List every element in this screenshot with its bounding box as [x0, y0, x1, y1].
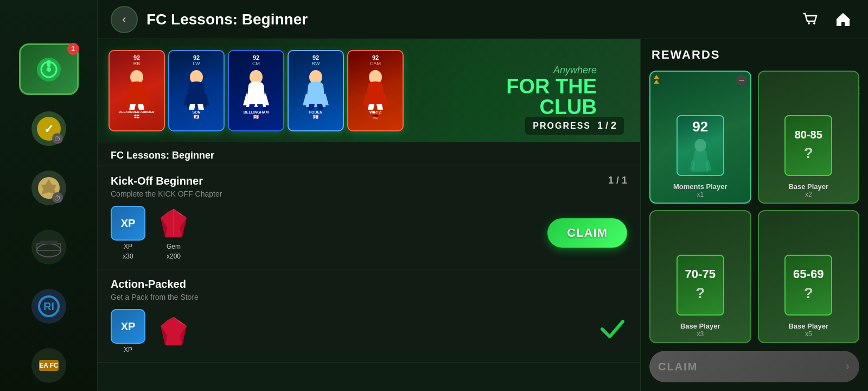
card-rating-5: 92 — [372, 54, 379, 61]
svg-text:⏱: ⏱ — [54, 194, 61, 202]
gem-shape-1 — [159, 207, 188, 239]
sidebar: 1 ✓ ⏱ ⏱ RI — [0, 0, 98, 391]
claim-all-button[interactable]: CLAIM › — [649, 351, 859, 382]
reward-card-inner-7075: 70-75 ? — [655, 253, 746, 318]
gem-icon-1 — [156, 206, 191, 241]
xp-icon-1: XP — [111, 206, 145, 241]
left-panel: 92 RB ALEXANDER-AR — [98, 39, 640, 391]
reward-qty-8085: x2 — [805, 191, 812, 198]
mission-name-2: Action-Packed — [111, 278, 186, 291]
banner-cards: 92 RB ALEXANDER-AR — [98, 50, 404, 131]
missions-section-title: FC Lessons: Beginner — [111, 150, 627, 161]
reward-qty-6569: x5 — [805, 330, 812, 338]
xp-amount-1: x30 — [123, 253, 133, 260]
rewards-panel: REWARDS — [640, 39, 868, 391]
gem-shape-2 — [159, 316, 188, 347]
card-name-3: BELLINGHAM — [244, 110, 269, 114]
progress-label: PROGRESS — [533, 121, 591, 131]
cart-icon — [802, 11, 819, 28]
card-body-4 — [297, 66, 334, 110]
banner-title: FOR THECLUB — [506, 76, 597, 117]
card-name-2: SON — [192, 110, 200, 114]
rewards-title: REWARDS — [649, 48, 859, 62]
reward-card-92: 92 Moments Player x1 — [649, 71, 751, 204]
reward-card-inner-8085: 80-85 ? — [763, 113, 854, 178]
card-name-4: FODEN — [309, 110, 323, 114]
svg-point-3 — [47, 67, 51, 72]
banner: 92 RB ALEXANDER-AR — [98, 39, 640, 142]
card-rating-2: 92 — [193, 54, 200, 61]
gold-arrows-92 — [654, 75, 659, 84]
player-card-rw: 92 RW FODEN — [288, 50, 344, 131]
card-rating-3: 92 — [253, 54, 259, 61]
reward-gem-2 — [156, 314, 191, 349]
logo-icon: RI — [30, 288, 67, 325]
mission-kickoff: Kick-Off Beginner 1 / 1 Complete the KIC… — [98, 166, 640, 269]
card-position-3: CM — [252, 61, 260, 66]
card-body-3 — [238, 66, 275, 110]
reward-qmark-6569: ? — [804, 285, 813, 302]
mission-desc-2: Get a Pack from the Store — [111, 293, 627, 301]
card-flag-3: 🏴󠁧󠁢󠁥󠁮󠁧󠁿 — [253, 115, 259, 119]
reward-rating-8085: 80-85 — [795, 129, 822, 140]
cart-button[interactable] — [799, 8, 822, 31]
completed-checkmark — [598, 314, 627, 349]
card-flag-1: 🏴󠁧󠁢󠁥󠁮󠁧󠁿 — [134, 114, 139, 119]
card-body-2 — [178, 66, 215, 110]
gem-icon-2 — [156, 314, 191, 349]
svg-text:✓: ✓ — [44, 122, 54, 136]
sidebar-item-ball[interactable]: ⏱ — [22, 162, 76, 213]
card-flag-4: 🏴󠁧󠁢󠁥󠁮󠁧󠁿 — [313, 115, 318, 119]
gem-label-1: Gem — [167, 243, 181, 250]
ball-icon: ⏱ — [30, 169, 67, 206]
reward-card-inner-6569: 65-69 ? — [763, 253, 854, 318]
xp-icon-2: XP — [111, 309, 145, 344]
sidebar-item-check[interactable]: ✓ ⏱ — [22, 103, 76, 154]
card-rating-1: 92 — [133, 54, 140, 61]
mission-rewards-1: XP XP x30 — [111, 206, 627, 260]
missions-header: FC Lessons: Beginner — [98, 142, 640, 166]
claim-all-label: CLAIM — [658, 361, 698, 373]
sidebar-item-eafc[interactable]: EA FC — [22, 339, 76, 391]
back-button[interactable]: ‹ — [111, 6, 138, 33]
reward-player-card-7075: 70-75 ? — [676, 255, 724, 316]
eafc-icon: EA FC — [30, 347, 67, 384]
claim-all-arrow-icon: › — [846, 360, 851, 374]
page-title: FC Lessons: Beginner — [146, 11, 790, 28]
reward-qmark-7075: ? — [695, 285, 705, 302]
card-flag-2: 🇰🇷 — [194, 115, 199, 119]
mission-rewards-2: XP XP — [111, 309, 627, 354]
reward-xp-2: XP XP — [111, 309, 145, 354]
main-area: ‹ FC Lessons: Beginner — [98, 0, 868, 391]
mission-header-1: Kick-Off Beginner 1 / 1 — [111, 175, 627, 187]
gem-amount-1: x200 — [167, 253, 181, 260]
reward-card-inner-92: 92 — [655, 113, 746, 178]
svg-rect-2 — [47, 60, 50, 67]
svg-point-24 — [808, 22, 810, 24]
reward-card-6569: 65-69 ? Base Player x5 — [758, 210, 860, 343]
claim-button-1[interactable]: CLAIM — [547, 218, 627, 248]
rewards-grid: 92 Moments Player x1 — [649, 71, 859, 343]
home-button[interactable] — [831, 8, 855, 31]
no-entry-badge-92 — [736, 75, 747, 86]
card-flag-5: 🇩🇪 — [373, 115, 378, 119]
card-position-5: CAM — [370, 61, 381, 66]
card-body-1 — [118, 66, 155, 110]
xp-qty-1: XP — [124, 243, 132, 250]
progress-container: PROGRESS 1 / 2 — [525, 117, 624, 135]
whistle-icon — [35, 56, 62, 83]
reward-gem-1: Gem x200 — [156, 206, 191, 260]
mission-action-packed: Action-Packed Get a Pack from the Store … — [98, 269, 640, 363]
reward-label-8085: Base Player — [788, 182, 828, 191]
sidebar-item-whistle[interactable]: 1 — [19, 43, 79, 95]
mission-header-2: Action-Packed — [111, 278, 627, 291]
card-body-5 — [357, 66, 394, 110]
reward-xp-1: XP XP x30 — [111, 206, 145, 260]
card-name-5: WIRTZ — [369, 110, 381, 114]
card-name-1: ALEXANDER-ARNOLD — [119, 110, 155, 113]
sidebar-item-logo[interactable]: RI — [22, 280, 76, 332]
svg-point-25 — [813, 22, 815, 24]
reward-card-7075: 70-75 ? Base Player x3 — [649, 210, 751, 343]
banner-text: Anywhere FOR THECLUB — [506, 65, 597, 117]
sidebar-item-stadium[interactable] — [22, 221, 76, 273]
